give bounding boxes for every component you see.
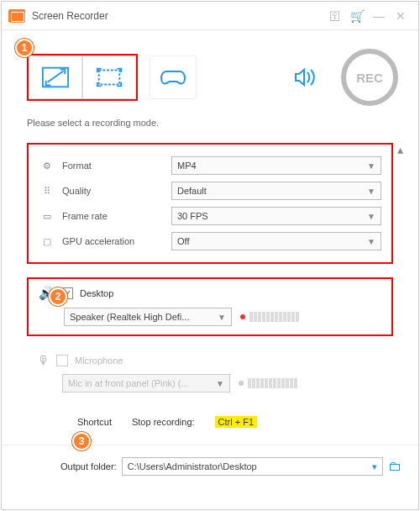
- instruction-text: Please select a recording mode.: [2, 114, 418, 136]
- fps-label: Frame rate: [62, 211, 163, 221]
- chevron-down-icon: ▼: [367, 212, 375, 221]
- quality-icon: ⠿: [40, 184, 54, 198]
- fps-icon: ▭: [40, 209, 54, 223]
- gpu-icon: ▢: [40, 234, 54, 248]
- output-path-field[interactable]: C:\Users\Administrator\Desktop▾: [122, 457, 383, 476]
- microphone-meter: [239, 378, 297, 388]
- cart-icon[interactable]: 🛒: [346, 9, 368, 23]
- record-indicator-icon: [240, 314, 245, 319]
- region-icon: [41, 66, 70, 89]
- browse-folder-button[interactable]: 🗀: [388, 459, 402, 474]
- app-window: Screen Recorder ⚿ 🛒 — ✕ 1 REC Please sel…: [1, 1, 419, 510]
- gpu-label: GPU acceleration: [62, 236, 163, 246]
- shortcut-label: Shortcut: [77, 417, 112, 427]
- mode-game-button[interactable]: [150, 55, 197, 99]
- fps-select[interactable]: 30 FPS▼: [171, 207, 381, 225]
- output-label: Output folder:: [60, 461, 117, 471]
- chevron-down-icon: ▼: [367, 237, 375, 246]
- close-button[interactable]: ✕: [390, 9, 412, 23]
- settings-panel: ⚙ Format MP4▼ ⠿ Quality Default▼ ▭ Frame…: [27, 143, 393, 264]
- annotation-badge-1: 1: [15, 39, 34, 57]
- chevron-down-icon: ▼: [367, 187, 375, 196]
- speaker-icon: [294, 67, 318, 87]
- annotation-badge-3: 3: [72, 432, 91, 450]
- svg-rect-1: [99, 71, 120, 85]
- fullscreen-icon: [95, 66, 123, 89]
- format-icon: ⚙: [40, 159, 54, 172]
- mode-audio-button[interactable]: [282, 55, 329, 99]
- desktop-device-select[interactable]: Speaker (Realtek High Defi...▼: [64, 308, 232, 326]
- microphone-panel: 🎙 Microphone Mic in at front panel (Pink…: [27, 346, 393, 401]
- format-label: Format: [62, 161, 163, 171]
- desktop-audio-label: Desktop: [80, 288, 113, 298]
- record-button[interactable]: REC: [341, 49, 398, 106]
- app-logo-icon: [8, 9, 25, 23]
- microphone-device-select[interactable]: Mic in at front panel (Pink) (...▼: [62, 374, 230, 392]
- desktop-audio-panel: 🔊 ✓ Desktop Speaker (Realtek High Defi..…: [27, 277, 393, 336]
- microphone-icon: 🎙: [37, 353, 50, 367]
- annotation-badge-2: 2: [49, 287, 67, 306]
- quality-select[interactable]: Default▼: [171, 182, 381, 200]
- key-icon[interactable]: ⚿: [324, 9, 346, 23]
- chevron-down-icon: ▼: [367, 161, 375, 171]
- titlebar: Screen Recorder ⚿ 🛒 — ✕: [2, 2, 418, 30]
- mode-region-button[interactable]: [29, 55, 82, 99]
- shortcut-row: Shortcut Stop recording: Ctrl + F1: [2, 401, 418, 428]
- shortcut-key: Ctrl + F1: [215, 416, 257, 428]
- mode-row: REC: [2, 30, 418, 114]
- mode-fullscreen-button[interactable]: [82, 55, 136, 99]
- stop-recording-label: Stop recording:: [132, 417, 195, 427]
- record-label: REC: [356, 71, 383, 85]
- chevron-down-icon: ▼: [216, 379, 224, 388]
- format-select[interactable]: MP4▼: [171, 156, 381, 175]
- microphone-label: Microphone: [75, 356, 123, 366]
- microphone-checkbox[interactable]: [56, 355, 68, 366]
- desktop-audio-meter: [240, 312, 299, 322]
- mode-group-highlight: [27, 54, 138, 101]
- gamepad-icon: [160, 68, 186, 87]
- quality-label: Quality: [62, 186, 163, 196]
- app-title: Screen Recorder: [32, 10, 108, 22]
- record-indicator-icon: [239, 381, 244, 386]
- output-row: Output folder: C:\Users\Administrator\De…: [2, 445, 418, 476]
- chevron-down-icon: ▾: [372, 461, 377, 472]
- minimize-button[interactable]: —: [368, 9, 390, 23]
- chevron-down-icon: ▼: [218, 313, 226, 322]
- gpu-select[interactable]: Off▼: [171, 232, 381, 250]
- collapse-toggle[interactable]: ▴: [397, 143, 403, 156]
